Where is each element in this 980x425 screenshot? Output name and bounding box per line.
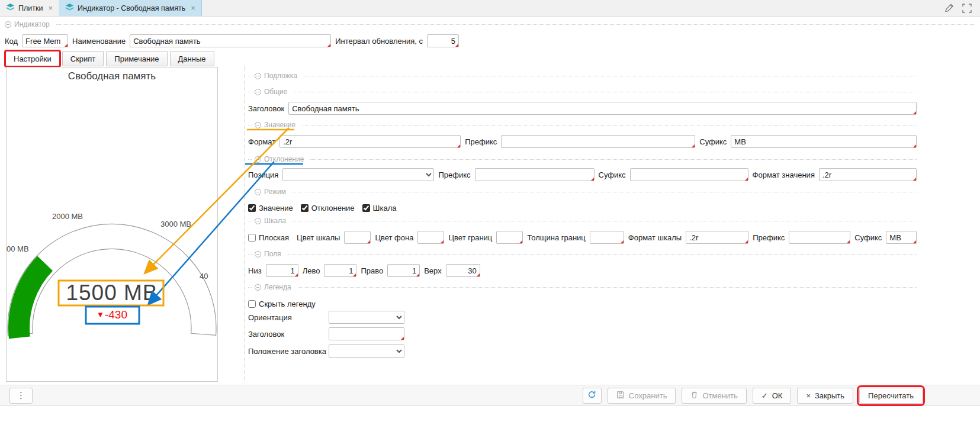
value-format-label: Формат значения [753, 170, 815, 179]
group-deviation: Отклонение [248, 155, 917, 163]
cancel-button[interactable]: Отменить [682, 388, 746, 404]
save-label: Сохранить [629, 391, 667, 400]
value-prefix-input[interactable] [501, 135, 695, 148]
legend-title-input[interactable] [329, 327, 404, 340]
right-label: Право [361, 266, 383, 275]
legend-orientation-select[interactable] [329, 311, 404, 324]
scale-prefix-input[interactable] [789, 231, 850, 244]
tab-settings[interactable]: Настройки [5, 51, 60, 66]
collapse-icon[interactable] [255, 122, 261, 128]
group-scale: Шкала [248, 217, 917, 225]
group-label: Шкала [264, 217, 286, 225]
border-color-label: Цвет границ [448, 233, 492, 242]
hide-legend-checkbox[interactable] [248, 300, 256, 308]
legend-title-label: Заголовок [248, 330, 324, 339]
value-format-input[interactable] [279, 135, 461, 148]
mode-deviation-checkbox[interactable] [301, 204, 309, 212]
collapse-icon[interactable] [255, 189, 261, 195]
group-label: Отклонение [264, 155, 304, 163]
mode-scale-checkbox[interactable] [362, 204, 370, 212]
scale-suffix-input[interactable] [886, 231, 917, 244]
group-label: Легенда [264, 283, 291, 291]
scale-format-input[interactable] [686, 231, 748, 244]
name-input[interactable] [130, 34, 331, 47]
close-icon[interactable]: × [191, 4, 195, 12]
ok-label: ОК [772, 391, 783, 400]
collapse-icon[interactable] [255, 218, 261, 224]
margins-row: Низ Лево Право Верх [248, 264, 917, 277]
interval-input[interactable] [427, 34, 459, 47]
tab-indicator[interactable]: Индикатор - Свободная память × [59, 0, 202, 16]
group-label: Общие [264, 88, 287, 96]
deviation-position-select[interactable] [282, 168, 434, 181]
collapse-icon[interactable] [255, 156, 261, 163]
format-label: Формат [248, 137, 275, 146]
tab-script[interactable]: Скрипт [62, 51, 104, 66]
save-button[interactable]: Сохранить [608, 388, 676, 404]
tab-note[interactable]: Примечание [106, 51, 167, 66]
gauge-value: 1500 MB [7, 281, 217, 305]
checkbox-label: Скрыть легенду [259, 300, 316, 308]
gauge-tick-label: 40 [200, 272, 208, 281]
collapse-icon[interactable] [255, 73, 261, 79]
indicator-fields-row: Код Наименование Интервал обновления, с [5, 34, 459, 47]
pencil-icon[interactable] [944, 3, 954, 13]
value-row: Формат Префикс Суфикс [248, 135, 917, 148]
scale-color-input[interactable] [344, 231, 371, 244]
deviation-value: -430 [105, 308, 127, 321]
recalculate-button[interactable]: Пересчитать [859, 388, 923, 404]
top-label: Верх [424, 266, 442, 275]
close-icon: × [806, 391, 811, 400]
fullscreen-icon[interactable] [962, 4, 972, 13]
border-width-label: Толщина границ [527, 233, 586, 242]
interval-label: Интервал обновления, с [335, 37, 423, 46]
title-label: Заголовок [248, 104, 284, 113]
margin-left-input[interactable] [324, 264, 356, 277]
close-icon[interactable]: × [48, 4, 53, 12]
position-label: Позиция [248, 170, 278, 179]
orientation-label: Ориентация [248, 313, 324, 322]
tab-label: Индикатор - Свободная память [78, 4, 185, 12]
more-button[interactable]: ⋮ [9, 388, 33, 404]
checkbox-label: Значение [259, 204, 293, 213]
margin-bottom-input[interactable] [266, 264, 298, 277]
collapse-icon[interactable] [5, 21, 11, 28]
ok-button[interactable]: ✓ ОК [753, 388, 792, 404]
legend-title-position-select[interactable] [329, 344, 404, 358]
collapse-icon[interactable] [255, 251, 261, 257]
down-arrow-icon: ▼ [97, 310, 104, 319]
legend-hide-row: Скрыть легенду [248, 297, 917, 310]
margin-top-input[interactable] [446, 264, 480, 277]
general-row: Заголовок [248, 102, 917, 115]
group-value: Значение [248, 121, 917, 129]
deviation-row: Позиция Префикс Суфикс Формат значения [248, 168, 917, 181]
chart-title-input[interactable] [288, 102, 917, 115]
close-button[interactable]: × Закрыть [797, 388, 853, 404]
legend-orientation-row: Ориентация [248, 311, 917, 324]
close-label: Закрыть [815, 391, 844, 400]
deviation-suffix-input[interactable] [630, 168, 748, 181]
border-width-input[interactable] [590, 231, 624, 244]
tab-tiles[interactable]: Плитки × [0, 0, 59, 16]
border-color-input[interactable] [496, 231, 523, 244]
margin-right-input[interactable] [387, 264, 420, 277]
mode-value-checkbox[interactable] [248, 204, 256, 212]
collapse-icon[interactable] [255, 89, 261, 95]
code-input[interactable] [22, 34, 68, 47]
value-suffix-input[interactable] [731, 135, 917, 148]
gauge-tick-label: 2000 MB [52, 212, 83, 221]
indicator-group-header: Индикатор [5, 20, 975, 28]
collapse-icon[interactable] [255, 284, 261, 291]
refresh-button[interactable] [583, 388, 602, 404]
code-label: Код [5, 37, 18, 46]
bottom-label: Низ [248, 266, 262, 275]
checkbox-label: Плоская [259, 233, 289, 242]
checkbox-label: Шкала [373, 204, 397, 213]
deviation-format-input[interactable] [819, 168, 917, 181]
deviation-prefix-input[interactable] [475, 168, 595, 181]
group-label: Значение [264, 121, 295, 129]
bg-color-input[interactable] [417, 231, 444, 244]
scale-flat-checkbox[interactable] [248, 234, 256, 242]
prefix-label: Префикс [438, 170, 470, 179]
tab-data[interactable]: Данные [170, 51, 214, 66]
